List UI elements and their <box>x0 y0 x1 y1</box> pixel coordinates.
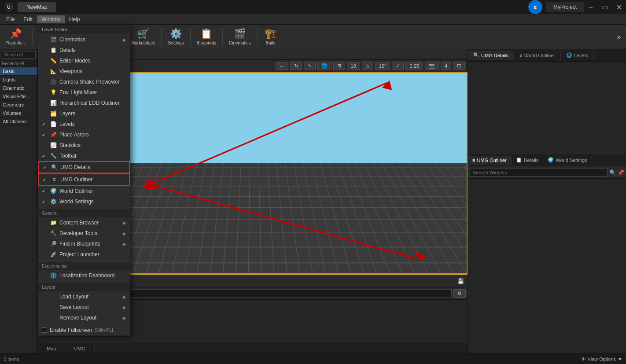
fullscreen-checkbox[interactable] <box>42 327 47 333</box>
sidebar-visual-effects[interactable]: Visual Effe... <box>0 92 37 101</box>
rotate-button[interactable]: ↻ <box>290 62 302 70</box>
menu-project-launcher-item[interactable]: 🚀 Project Launcher <box>38 249 130 260</box>
menu-toolbar-item[interactable]: ✓ 🔧 Toolbar <box>38 151 130 161</box>
content-settings-button[interactable]: ⚙ <box>453 289 466 298</box>
menu-help[interactable]: Help <box>65 15 85 23</box>
settings-label: Settings <box>168 40 184 45</box>
scale-button[interactable]: ⤡ <box>304 62 316 70</box>
tab-umg-details[interactable]: 🔍 UMG Details <box>468 51 514 60</box>
expand-toolbar-button[interactable]: » <box>614 26 624 48</box>
scale-snap-button[interactable]: ⤢ <box>392 62 404 70</box>
menu-load-layout-item[interactable]: Load Layout ▶ <box>38 291 130 302</box>
world-button[interactable]: 🌐 <box>317 62 331 70</box>
menu-viewports-item[interactable]: 📐 Viewports <box>38 66 130 77</box>
cinematics-arrow-icon: ▶ <box>123 37 126 42</box>
menu-layers-item[interactable]: 🗂️ Layers <box>38 108 130 119</box>
menu-env-light-item[interactable]: 💡 Env. Light Mixer <box>38 87 130 98</box>
place-actors-check: ✓ <box>42 132 47 137</box>
details-menu-icon: 📋 <box>50 47 57 54</box>
tab-umg-outliner[interactable]: ≡ UMG Outliner <box>468 156 512 165</box>
sidebar-basic[interactable]: Basic <box>0 67 37 76</box>
build-button[interactable]: 🏗️ Build <box>260 26 281 48</box>
sidebar-geometry[interactable]: Geometry <box>0 101 37 109</box>
menu-statistics-item[interactable]: 📈 Statistics <box>38 140 130 151</box>
view-options-arrow: ▼ <box>618 357 622 362</box>
umg-outliner-menu-icon: ≡ <box>51 176 58 183</box>
menu-umg-details-item[interactable]: ✓ 🔍 UMG Details <box>38 161 130 173</box>
menu-edit[interactable]: Edit <box>19 15 37 23</box>
blueprints-label: Blueprints <box>197 40 216 45</box>
menu-file[interactable]: File <box>2 15 19 23</box>
maximize-button[interactable]: ⊡ <box>453 62 465 70</box>
search-classes-input[interactable] <box>2 51 36 59</box>
world-settings-check: ✓ <box>42 199 47 204</box>
menu-world-settings-item[interactable]: ✓ ⚙️ World Settings <box>38 196 130 207</box>
sidebar-search-area <box>0 49 37 60</box>
cinematics-button[interactable]: 🎬 Cinematics <box>225 26 254 48</box>
umg-outliner-tabs: ≡ UMG Outliner 📋 Details 🌍 World Setting… <box>468 154 626 166</box>
world-settings-menu-icon: ⚙️ <box>50 198 57 205</box>
sidebar-volumes[interactable]: Volumes <box>0 109 37 118</box>
toolbar-sep-4 <box>161 28 162 46</box>
search-widgets-input[interactable] <box>470 169 608 176</box>
content-search-bar[interactable]: 🔍 <box>98 289 452 298</box>
bottom-tab-map[interactable]: Map <box>38 345 65 352</box>
world-outliner-menu-icon: 🌍 <box>50 188 57 195</box>
remove-layout-arrow: ▶ <box>123 316 126 320</box>
menu-hlod-item[interactable]: 📊 Hierarchical LOD Outliner <box>38 98 130 108</box>
content-browser-menu-icon: 📁 <box>50 219 57 226</box>
marketplace-button[interactable]: 🛒 Marketplace <box>128 26 158 48</box>
menu-content-browser-item[interactable]: 📁 Content Browser ▶ <box>38 217 130 228</box>
tab-world-outliner[interactable]: ≡ World Outliner <box>514 51 561 60</box>
menu-find-blueprints-item[interactable]: 🔎 Find in Blueprints ▶ <box>38 239 130 249</box>
general-section-label: General <box>38 209 130 217</box>
menu-camera-shake-item[interactable]: 🎥 Camera Shake Previewer <box>38 77 130 87</box>
menu-place-actors-item[interactable]: ✓ 📌 Place Actors <box>38 129 130 140</box>
menu-remove-layout-item[interactable]: Remove Layout ▶ <box>38 313 130 323</box>
recently-placed-section[interactable]: Recently Pl... <box>0 60 37 67</box>
umg-outliner-check: ✓ <box>43 177 48 182</box>
menu-cinematics-item[interactable]: 🎬 Cinematics ▶ <box>38 34 130 45</box>
grid-button[interactable]: ⊞ <box>333 62 345 70</box>
menu-developer-tools-item[interactable]: 🔨 Developer Tools ▶ <box>38 228 130 239</box>
menu-save-layout-item[interactable]: Save Layout ▶ <box>38 302 130 313</box>
angle-button[interactable]: △ <box>362 62 373 70</box>
translate-button[interactable]: ↔ <box>276 62 288 70</box>
tab-details[interactable]: 📋 Details <box>512 155 544 165</box>
world-outliner-icon: ≡ <box>519 53 522 58</box>
search-icon-right: 🔍 <box>609 169 616 176</box>
menu-editor-modes-item[interactable]: ✏️ Editor Modes <box>38 55 130 66</box>
items-count: 2 items <box>4 357 19 362</box>
sidebar-lights[interactable]: Lights <box>0 76 37 84</box>
menu-levels-item[interactable]: ✓ 📄 Levels <box>38 119 130 129</box>
menu-enable-fullscreen-item[interactable]: Enable Fullscreen Shift+F11 <box>38 325 130 335</box>
find-blueprints-arrow: ▶ <box>123 242 126 246</box>
settings-button[interactable]: ⚙️ Settings <box>164 26 187 48</box>
menu-world-outliner-item[interactable]: ✓ 🌍 World Outliner <box>38 186 130 196</box>
view-options-button[interactable]: 👁 View Options ▼ <box>581 357 623 362</box>
menu-localization-item[interactable]: 🌐 Localization Dashboard <box>38 270 130 281</box>
minimize-button[interactable]: – <box>584 0 598 14</box>
grid-value: 10 <box>347 62 360 70</box>
sidebar-cinematic[interactable]: Cinematic <box>0 84 37 92</box>
toolbar-sep-1 <box>32 28 33 46</box>
blueprints-button[interactable]: 📋 Blueprints <box>193 26 220 48</box>
sidebar-all-classes[interactable]: All Classes <box>0 118 37 126</box>
restore-button[interactable]: ▭ <box>598 0 612 14</box>
title-bar-tab[interactable]: NewMap <box>18 2 56 12</box>
camera-button[interactable]: 📷 <box>425 62 439 70</box>
tab-world-settings[interactable]: 🌍 World Settings <box>543 155 592 165</box>
save-layout-button[interactable]: 💾 <box>457 278 464 284</box>
layout-section-label: Layout <box>38 283 130 291</box>
settings-icon: ⚙️ <box>170 28 182 40</box>
menu-umg-outliner-item[interactable]: ✓ ≡ UMG Outliner <box>38 173 130 186</box>
menu-details-item[interactable]: 📋 Details <box>38 45 130 55</box>
menu-sep-3 <box>38 282 130 282</box>
place-actors-button[interactable]: 📌 Place Ac... <box>2 26 29 48</box>
angle-value: 10° <box>375 62 390 70</box>
menu-window[interactable]: Window <box>37 15 65 23</box>
bottom-tab-umg[interactable]: UMG <box>65 345 95 352</box>
top-panel-tabs: 🔍 UMG Details ≡ World Outliner 🌐 Levels <box>468 49 626 62</box>
close-button[interactable]: ✕ <box>612 0 626 14</box>
tab-levels[interactable]: 🌐 Levels <box>561 51 594 60</box>
